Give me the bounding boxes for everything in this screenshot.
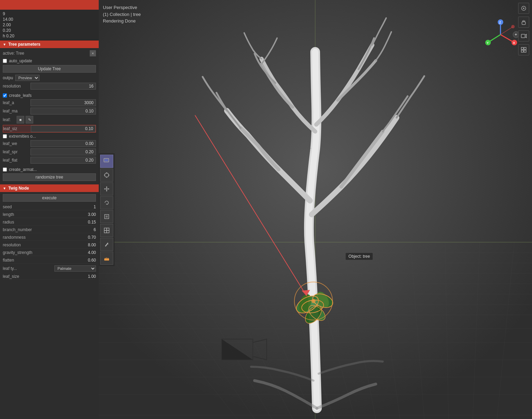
tree-params-body: active: Tree × auto_update Update Tree o… [0,48,99,184]
svg-point-43 [311,299,316,303]
tree-params-header: ▼ Tree parameters [0,40,99,48]
twig-seed-row: seed 1 [3,204,96,210]
leaf-edit-icon[interactable]: ✎ [26,116,33,124]
leaf-spr-value[interactable]: 0.20 [30,148,96,155]
execute-btn[interactable]: execute [3,194,96,202]
svg-line-26 [445,242,449,419]
leaf-siz-row: leaf_siz 0.10 [3,125,96,133]
svg-point-31 [311,291,335,310]
leaf-ma-label: leaf_ma [3,109,30,113]
svg-point-55 [512,40,517,45]
twig-leaf-type-select[interactable]: Palmate [54,265,96,272]
svg-text:Z: Z [499,21,501,24]
create-armat-row: create_armat... [3,167,96,172]
create-armat-checkbox[interactable] [3,167,7,172]
twig-length-row: length 3.00 [3,211,96,218]
twig-seed-value[interactable]: 1 [79,204,96,209]
measure-tool-btn[interactable] [100,252,113,265]
numeric-row-1: 9 [3,11,96,17]
move-tool-btn[interactable] [100,182,113,195]
svg-rect-83 [104,230,107,233]
update-tree-btn[interactable]: Update Tree [3,65,96,73]
leaf-a-row: leaf_a 3000 [3,99,96,106]
rendering-label: Rendering Done [103,18,141,25]
leaf-siz-value[interactable]: 0.10 [31,125,96,132]
svg-point-30 [293,292,321,317]
scale-tool-btn[interactable] [100,210,113,223]
svg-text:+: + [515,32,517,37]
svg-text:Y: Y [487,41,489,45]
left-sidebar: 9 14.00 2.00 0.20 h 0.20 ▼ Tree paramete… [0,0,99,419]
view-camera-btn[interactable] [518,30,529,42]
extremities-label: extremities o... [9,134,36,139]
auto-update-checkbox[interactable] [3,59,7,63]
twig-gravity-value[interactable]: 4.00 [79,250,96,255]
extremities-checkbox[interactable] [3,134,7,138]
svg-point-34 [302,303,325,326]
collection-label: (1) Collection | tree [103,11,141,18]
leaf-special-label: leaf: [3,117,17,122]
twig-length-label: length [3,212,79,217]
svg-rect-80 [104,228,107,230]
twig-branch-value[interactable]: 6 [79,227,96,232]
twig-leaf-size-value[interactable]: 1.00 [79,274,96,279]
svg-point-90 [523,8,524,9]
view-grid-btn[interactable] [518,44,529,55]
twig-body: execute seed 1 length 3.00 radius 0.15 b… [0,192,99,283]
randomize-btn[interactable]: randomize tree [3,173,96,181]
leaf-we-value[interactable]: 0.00 [30,140,96,147]
svg-rect-99 [521,50,523,52]
svg-point-41 [302,303,325,326]
svg-rect-0 [99,0,532,419]
twig-length-value[interactable]: 3.00 [79,212,96,217]
svg-rect-82 [107,228,109,230]
auto-update-row: auto_update [3,58,96,63]
svg-rect-81 [107,230,109,233]
leaf-a-label: leaf_a [3,100,30,105]
right-toolbar [518,3,529,55]
create-leafs-checkbox[interactable] [3,93,7,98]
leaf-flat-value[interactable]: 0.20 [30,157,96,164]
svg-line-49 [195,115,307,296]
viewport-toolbar [99,153,115,266]
view-perspective-btn[interactable] [518,3,529,14]
svg-line-15 [99,242,237,419]
top-mini-panel [0,0,99,10]
twig-panel: ▼ Twig Node execute seed 1 length 3.00 r… [0,184,99,419]
svg-point-52 [498,19,503,25]
twig-resolution-label: resolution [3,243,79,247]
tree-params-title: Tree parameters [8,42,41,47]
leaf-a-value[interactable]: 3000 [30,99,96,106]
leaf-siz-label: leaf_siz [3,126,31,131]
output-select[interactable]: Preview [15,75,39,81]
rotate-tool-btn[interactable] [100,196,113,209]
val-02: 0.20 [3,28,11,33]
active-close-btn[interactable]: × [90,50,96,56]
cursor-tool-btn[interactable] [100,168,113,182]
leaf-ma-value[interactable]: 0.10 [30,108,96,115]
svg-point-33 [306,302,328,324]
twig-randomness-value[interactable]: 0.70 [79,235,96,240]
leaf-square-icon[interactable]: ■ [17,116,24,124]
select-tool-btn[interactable] [100,155,113,168]
svg-line-17 [168,242,272,419]
svg-marker-75 [104,188,105,190]
annotate-tool-btn[interactable] [100,238,113,251]
resolution-value[interactable]: 16 [30,83,96,90]
twig-radius-value[interactable]: 0.15 [79,220,96,225]
svg-rect-85 [104,258,109,261]
svg-point-37 [293,292,321,317]
svg-point-32 [301,298,325,315]
svg-marker-44 [222,339,253,360]
svg-line-21 [307,242,355,419]
twig-resolution-value[interactable]: 8.00 [79,243,96,247]
twig-leaf-type-row: leaf ty... Palmate [3,265,96,272]
svg-line-54 [500,35,514,42]
triangle-icon: ▼ [3,43,6,46]
leaf-ma-row: leaf_ma 0.10 [3,108,96,115]
view-hand-btn[interactable] [518,17,529,28]
svg-line-16 [133,242,255,419]
viewport[interactable]: Z X Y + User Perspective (1) Collection … [99,0,532,419]
transform-tool-btn[interactable] [100,224,113,237]
twig-flatten-value[interactable]: 0.60 [79,258,96,263]
